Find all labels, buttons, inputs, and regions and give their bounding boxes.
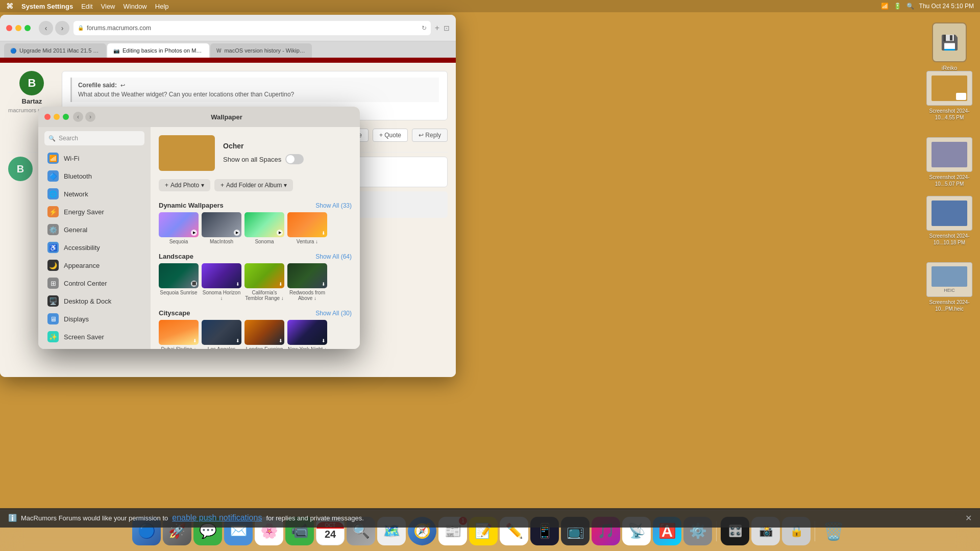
sidebar-item-screen-saver[interactable]: ✨ Screen Saver bbox=[41, 328, 148, 345]
url-text: forums.macrumors.com bbox=[87, 24, 151, 32]
desktop-file-screenshot2[interactable]: Screenshot 2024-10...5.07 PM bbox=[924, 137, 975, 187]
browser-url-bar[interactable]: 🔒 forums.macrumors.com ↻ bbox=[74, 21, 431, 35]
landscape-show-all-button[interactable]: Show All (64) bbox=[315, 253, 352, 260]
quote-button[interactable]: + Quote bbox=[373, 129, 408, 142]
back-button[interactable]: ‹ bbox=[39, 21, 53, 35]
wallpaper-thumb-ventura[interactable]: ⬇ Ventura ↓ bbox=[287, 212, 327, 244]
tab-label-1: Editing basics in Photos on Mac - Apple … bbox=[122, 47, 203, 54]
menubar-view[interactable]: View bbox=[101, 3, 115, 10]
browser-tabs: 🔵 Upgrade Mid 2011 iMac 21.5 beyond High… bbox=[0, 41, 456, 58]
menubar-edit[interactable]: Edit bbox=[81, 3, 92, 10]
screenshot1-label: Screenshot 2024-10...4.55 PM bbox=[924, 108, 975, 121]
new-tab-button[interactable]: + bbox=[435, 23, 439, 33]
maximize-button[interactable] bbox=[24, 25, 31, 31]
download-badge: ⬇ bbox=[322, 338, 326, 343]
sidebar-item-control-center[interactable]: ⊞ Control Center bbox=[41, 274, 148, 292]
sidebar-item-displays[interactable]: 🖥 Displays bbox=[41, 310, 148, 328]
desktop-file-screenshot4[interactable]: HEIC Screenshot 2024-10...PM.heic bbox=[924, 262, 975, 312]
notification-info-icon: ℹ️ bbox=[8, 514, 17, 522]
settings-maximize-button[interactable] bbox=[63, 114, 69, 120]
settings-close-button[interactable] bbox=[44, 114, 51, 120]
sidebar-item-siri[interactable]: 🎙️ Siri bbox=[41, 346, 148, 349]
notification-close-button[interactable]: ✕ bbox=[965, 513, 972, 523]
notification-bar: ℹ️ MacRumors Forums would like your perm… bbox=[0, 508, 980, 528]
desktop-file-screenshot1[interactable]: Screenshot 2024-10...4.55 PM bbox=[924, 71, 975, 121]
sidebar-label-general: General bbox=[64, 226, 87, 234]
battery-icon: 🔋 bbox=[894, 3, 901, 10]
settings-minimize-button[interactable] bbox=[54, 114, 60, 120]
sidebar-item-network[interactable]: 🌐 Network bbox=[41, 185, 148, 203]
tab-label-0: Upgrade Mid 2011 iMac 21.5 beyond High S… bbox=[19, 47, 100, 54]
wallpaper-thumb-redwoods[interactable]: ⬇ Redwoods from Above ↓ bbox=[287, 263, 327, 301]
browser-tab-2[interactable]: W macOS version history - Wikipedia bbox=[210, 43, 312, 58]
settings-traffic-lights bbox=[44, 114, 69, 120]
browser-titlebar: ‹ › 🔒 forums.macrumors.com ↻ + ⊡ bbox=[0, 15, 456, 41]
settings-titlebar: ‹ › Wallpaper bbox=[38, 107, 360, 127]
menubar-window[interactable]: Window bbox=[124, 3, 147, 10]
sidebar-item-bluetooth[interactable]: 🔷 Bluetooth bbox=[41, 167, 148, 185]
sidebar-label-desktop-dock: Desktop & Dock bbox=[64, 297, 111, 305]
cityscape-show-all-button[interactable]: Show All (30) bbox=[315, 310, 352, 317]
dynamic-section-title: Dynamic Wallpapers bbox=[159, 202, 224, 209]
sidebar-item-desktop-dock[interactable]: 🖥️ Desktop & Dock bbox=[41, 292, 148, 310]
wallpaper-thumb-sequoia-sunrise[interactable]: ⬛ Sequoia Sunrise bbox=[159, 263, 199, 301]
sidebar-item-accessibility[interactable]: ♿ Accessibility bbox=[41, 239, 148, 256]
download-badge: ⬇ bbox=[236, 338, 240, 343]
menubar: ⌘ System Settings Edit View Window Help … bbox=[0, 0, 980, 12]
lock-icon: 🔒 bbox=[78, 25, 84, 31]
poster-name: Bartaz bbox=[22, 97, 42, 105]
dynamic-show-all-button[interactable]: Show All (33) bbox=[315, 202, 352, 209]
sidebar-label-control-center: Control Center bbox=[64, 280, 107, 287]
post-actions-undo[interactable]: ↩ bbox=[120, 82, 125, 88]
wallpaper-thumb-sonoma[interactable]: ▶ Sonoma bbox=[244, 212, 284, 244]
menubar-app-name[interactable]: System Settings bbox=[21, 3, 73, 10]
close-button[interactable] bbox=[6, 25, 12, 31]
tab-favicon-0: 🔵 bbox=[10, 48, 16, 54]
reply-button[interactable]: ↩ Reply bbox=[412, 129, 448, 142]
add-folder-button[interactable]: + Add Folder or Album ▾ bbox=[214, 179, 293, 191]
minimize-button[interactable] bbox=[15, 25, 21, 31]
add-folder-chevron: ▾ bbox=[284, 182, 287, 189]
apple-menu[interactable]: ⌘ bbox=[6, 2, 13, 10]
browser-tab-0[interactable]: 🔵 Upgrade Mid 2011 iMac 21.5 beyond High… bbox=[4, 43, 106, 58]
thumb-label-sequoia-sunrise: Sequoia Sunrise bbox=[159, 290, 199, 295]
wallpaper-thumb-london[interactable]: ⬇ London Evening ↓ bbox=[244, 320, 284, 349]
reload-icon[interactable]: ↻ bbox=[422, 24, 427, 32]
wallpaper-thumb-la[interactable]: ⬇ Los Angeles Overpass ↓ bbox=[202, 320, 241, 349]
search-icon[interactable]: 🔍 bbox=[906, 3, 914, 10]
add-photo-button[interactable]: + Add Photo ▾ bbox=[159, 179, 210, 191]
sidebar-search[interactable]: 🔍 Search bbox=[44, 131, 144, 145]
wallpaper-thumb-sonoma-horizon[interactable]: ⬇ Sonoma Horizon ↓ bbox=[202, 263, 241, 301]
sidebar-search-icon: 🔍 bbox=[48, 135, 56, 142]
wallpaper-thumb-california[interactable]: ⬇ California's Temblor Range ↓ bbox=[244, 263, 284, 301]
wallpaper-thumb-sequoia[interactable]: ▶ Sequoia bbox=[159, 212, 199, 244]
sidebar-item-appearance[interactable]: 🌙 Appearance bbox=[41, 257, 148, 274]
desktop-file-ireiko[interactable]: 💾 iReiko bbox=[929, 22, 970, 71]
tabs-overview-button[interactable]: ⊡ bbox=[444, 24, 450, 32]
menubar-right: 📶 🔋 🔍 Thu Oct 24 5:10 PM bbox=[881, 3, 974, 10]
wallpaper-name: Ocher bbox=[223, 142, 352, 150]
thumb-label-redwoods: Redwoods from Above ↓ bbox=[287, 290, 327, 301]
wallpaper-thumb-dubai[interactable]: ⬇ Dubai Skyline ↓ bbox=[159, 320, 199, 349]
quote-author: Corefile said: bbox=[78, 82, 117, 89]
sidebar-item-energy-saver[interactable]: ⚡ Energy Saver bbox=[41, 203, 148, 220]
settings-forward-button[interactable]: › bbox=[85, 112, 95, 122]
notification-link[interactable]: enable push notifications bbox=[172, 513, 262, 522]
download-badge: ⬇ bbox=[322, 231, 326, 236]
thumb-label-london: London Evening ↓ bbox=[244, 346, 284, 349]
menubar-help[interactable]: Help bbox=[155, 3, 169, 10]
forward-button[interactable]: › bbox=[55, 21, 69, 35]
sidebar-item-general[interactable]: ⚙️ General bbox=[41, 221, 148, 238]
show-on-spaces-toggle[interactable] bbox=[285, 154, 304, 164]
sidebar-label-wifi: Wi-Fi bbox=[64, 155, 79, 162]
browser-tab-1[interactable]: 📷 Editing basics in Photos on Mac - Appl… bbox=[107, 43, 209, 58]
settings-back-button[interactable]: ‹ bbox=[73, 112, 83, 122]
add-folder-icon: + bbox=[220, 182, 224, 189]
quote-text: What about the Weather widget? Can you e… bbox=[78, 91, 433, 98]
landscape-section-title: Landscape bbox=[159, 253, 193, 260]
sidebar-item-wifi[interactable]: 📶 Wi-Fi bbox=[41, 149, 148, 167]
wallpaper-thumb-newyork[interactable]: ⬇ New York Night ↓ bbox=[287, 320, 327, 349]
desktop-file-screenshot3[interactable]: Screenshot 2024-10...10.18 PM bbox=[924, 196, 975, 246]
dynamic-wallpaper-grid: ▶ Sequoia ▶ MacIntosh ▶ Sonoma ⬇ Ventura… bbox=[151, 212, 360, 248]
wallpaper-thumb-macintosh[interactable]: ▶ MacIntosh bbox=[202, 212, 241, 244]
